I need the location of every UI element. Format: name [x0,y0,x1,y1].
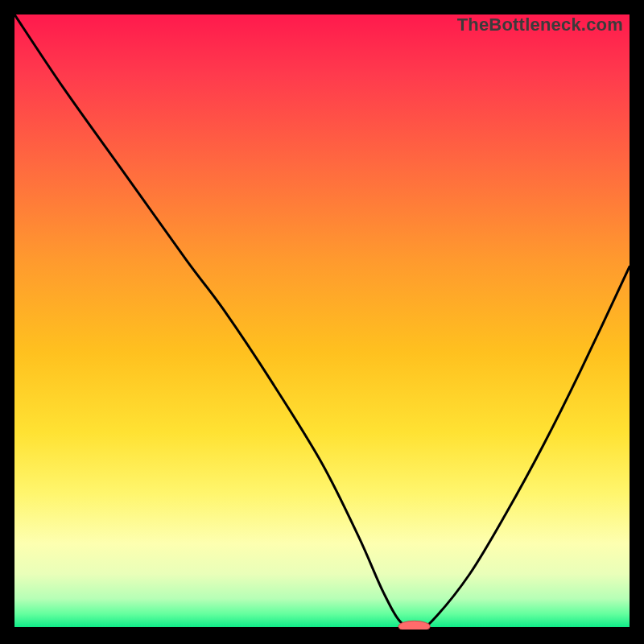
chart-frame: TheBottleneck.com [0,0,644,644]
bottleneck-curve-path [14,14,630,627]
optimal-marker [398,621,431,630]
bottleneck-curve-svg [14,14,630,630]
gradient-plot-area: TheBottleneck.com [14,14,630,630]
